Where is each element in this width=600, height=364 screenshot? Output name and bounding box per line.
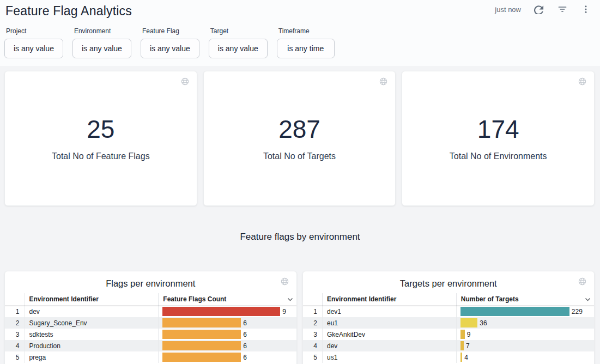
- value-bar: [460, 307, 569, 316]
- globe-icon: [280, 277, 289, 286]
- value-bar: [460, 341, 464, 350]
- chevron-down-icon[interactable]: [585, 298, 591, 301]
- chevron-down-icon[interactable]: [287, 298, 293, 301]
- tile-flags-per-environment: Flags per environment Environment Identi…: [4, 271, 297, 364]
- filter-environment: Environment is any value: [72, 27, 131, 58]
- measure-bar-cell[interactable]: 4: [456, 351, 594, 363]
- last-refresh-text: just now: [495, 5, 521, 14]
- bottom-tile-row: Flags per environment Environment Identi…: [4, 271, 595, 364]
- filter-target: Target is any value: [209, 27, 268, 58]
- measure-bar-cell[interactable]: 7: [456, 340, 594, 351]
- environment-identifier-cell[interactable]: Sugary_Scone_Env: [25, 317, 159, 329]
- column-header-measure[interactable]: Number of Targets: [456, 293, 594, 306]
- table-row[interactable]: 5prega6: [5, 351, 296, 363]
- filter-value-button[interactable]: is any value: [209, 39, 268, 58]
- filter-value-button[interactable]: is any value: [4, 39, 63, 58]
- value-label: 4: [464, 354, 468, 361]
- value-bar: [162, 341, 241, 350]
- table-row[interactable]: 5us14: [303, 351, 595, 363]
- column-header-measure[interactable]: Feature Flags Count: [159, 293, 296, 306]
- value-bar: [460, 318, 477, 327]
- kpi-tile-feature-flags[interactable]: 25 Total No of Feature Flags: [4, 71, 197, 206]
- value-label: 6: [243, 354, 247, 361]
- kpi-label: Total No of Environments: [402, 151, 594, 161]
- row-index: 3: [303, 329, 323, 340]
- row-index: 2: [303, 317, 323, 329]
- environment-identifier-cell[interactable]: prega: [25, 351, 159, 363]
- refresh-icon[interactable]: [534, 4, 544, 15]
- table-row[interactable]: 4dev7: [303, 340, 595, 351]
- measure-bar-cell[interactable]: 36: [456, 317, 594, 329]
- tile-title: Targets per environment: [303, 271, 595, 293]
- measure-bar-cell[interactable]: 6: [159, 329, 296, 340]
- filter-value-button[interactable]: is any value: [141, 39, 199, 58]
- targets-table: Environment Identifier Number of Targets…: [303, 293, 595, 363]
- value-bar: [162, 330, 241, 339]
- measure-bar-cell[interactable]: 229: [456, 306, 594, 317]
- kpi-tile-targets[interactable]: 287 Total No of Targets: [203, 71, 396, 206]
- table-row[interactable]: 2eu136: [303, 317, 595, 329]
- table-header-row: Environment Identifier Number of Targets: [303, 293, 595, 306]
- column-header-identifier[interactable]: Environment Identifier: [323, 293, 457, 306]
- row-index: 5: [5, 351, 25, 363]
- environment-identifier-cell[interactable]: GkeAnkitDev: [323, 329, 457, 340]
- table-row[interactable]: 3sdktests6: [5, 329, 296, 340]
- filter-label: Timeframe: [278, 27, 335, 35]
- measure-bar-cell[interactable]: 6: [159, 317, 296, 329]
- value-label: 9: [467, 331, 471, 338]
- kebab-menu-icon[interactable]: [580, 4, 591, 15]
- globe-icon: [180, 77, 190, 86]
- filter-bar: Project is any value Environment is any …: [0, 19, 600, 58]
- environment-identifier-cell[interactable]: dev: [25, 306, 159, 317]
- value-label: 229: [572, 308, 583, 316]
- value-bar: [162, 307, 280, 316]
- environment-identifier-cell[interactable]: us1: [323, 351, 457, 363]
- table-row[interactable]: 2Sugary_Scone_Env6: [5, 317, 296, 329]
- dashboard-filters-icon[interactable]: [557, 4, 568, 15]
- filter-label: Target: [210, 27, 268, 35]
- row-index: 5: [303, 351, 323, 363]
- kpi-value: 174: [402, 116, 594, 142]
- filter-value-button[interactable]: is any time: [277, 39, 335, 58]
- section-title: Feature flags by environment: [0, 232, 600, 246]
- table-row[interactable]: 4Production6: [5, 340, 296, 351]
- globe-icon: [578, 277, 587, 286]
- measure-bar-cell[interactable]: 6: [159, 340, 296, 351]
- measure-bar-cell[interactable]: 9: [159, 306, 296, 317]
- value-bar: [460, 330, 465, 339]
- table-row[interactable]: 3GkeAnkitDev9: [303, 329, 595, 340]
- row-index: 1: [303, 306, 323, 317]
- environment-identifier-cell[interactable]: eu1: [323, 317, 457, 329]
- header-controls: just now: [495, 4, 591, 15]
- kpi-tile-environments[interactable]: 174 Total No of Environments: [402, 71, 595, 206]
- filter-timeframe: Timeframe is any time: [277, 27, 335, 58]
- table-header-row: Environment Identifier Feature Flags Cou…: [5, 293, 296, 306]
- row-index: 4: [303, 340, 323, 351]
- value-label: 7: [466, 342, 470, 350]
- flags-table: Environment Identifier Feature Flags Cou…: [5, 293, 296, 363]
- globe-icon: [379, 77, 388, 86]
- environment-identifier-cell[interactable]: dev1: [323, 306, 457, 317]
- table-row[interactable]: 1dev9: [5, 306, 296, 317]
- tile-targets-per-environment: Targets per environment Environment Iden…: [302, 271, 595, 364]
- measure-bar-cell[interactable]: 6: [159, 351, 296, 363]
- measure-bar-cell[interactable]: 9: [456, 329, 594, 340]
- filter-value-button[interactable]: is any value: [72, 39, 131, 58]
- kpi-value: 25: [5, 116, 197, 142]
- environment-identifier-cell[interactable]: dev: [323, 340, 457, 351]
- kpi-label: Total No of Targets: [204, 151, 396, 161]
- column-header-identifier[interactable]: Environment Identifier: [25, 293, 159, 306]
- value-label: 6: [243, 342, 247, 350]
- value-label: 9: [282, 308, 286, 316]
- kpi-value: 287: [204, 116, 396, 142]
- table-row[interactable]: 1dev1229: [303, 306, 595, 317]
- filter-feature-flag: Feature Flag is any value: [141, 27, 199, 58]
- filter-label: Project: [6, 27, 63, 35]
- filter-label: Environment: [74, 27, 131, 35]
- value-bar: [162, 353, 241, 362]
- environment-identifier-cell[interactable]: sdktests: [25, 329, 159, 340]
- value-label: 6: [243, 319, 247, 327]
- environment-identifier-cell[interactable]: Production: [25, 340, 159, 351]
- globe-icon: [578, 77, 587, 86]
- value-bar: [460, 353, 462, 362]
